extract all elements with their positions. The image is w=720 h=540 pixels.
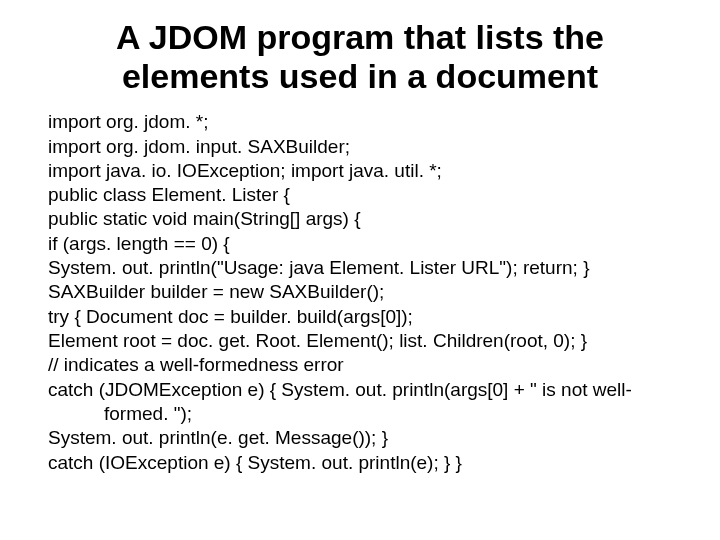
code-line: public static void main(String[] args) { [48, 207, 672, 231]
code-line: System. out. println(e. get. Message());… [48, 426, 672, 450]
code-line: System. out. println("Usage: java Elemen… [48, 256, 672, 280]
code-line: catch (IOException e) { System. out. pri… [48, 451, 672, 475]
code-line: import org. jdom. input. SAXBuilder; [48, 135, 672, 159]
code-line: SAXBuilder builder = new SAXBuilder(); [48, 280, 672, 304]
code-line: import org. jdom. *; [48, 110, 672, 134]
code-line: // indicates a well-formedness error [48, 353, 672, 377]
code-line: Element root = doc. get. Root. Element()… [48, 329, 672, 353]
code-line: public class Element. Lister { [48, 183, 672, 207]
slide-title: A JDOM program that lists the elements u… [48, 18, 672, 96]
code-block: import org. jdom. *; import org. jdom. i… [48, 110, 672, 475]
code-line: catch (JDOMException e) { System. out. p… [48, 378, 672, 402]
code-line: import java. io. IOException; import jav… [48, 159, 672, 183]
code-line: formed. "); [48, 402, 672, 426]
code-line: if (args. length == 0) { [48, 232, 672, 256]
code-line: try { Document doc = builder. build(args… [48, 305, 672, 329]
